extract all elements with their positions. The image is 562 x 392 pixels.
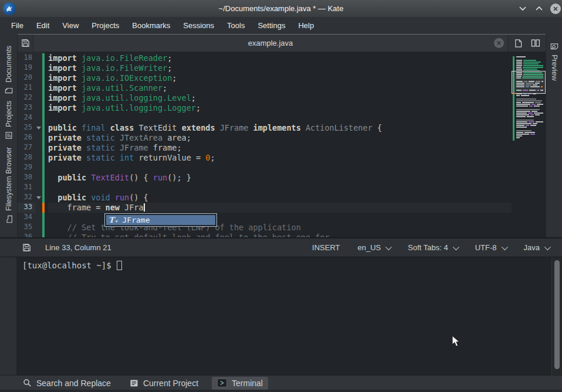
line-number: 22 (18, 93, 35, 103)
sidebar-tab-projects[interactable]: Projects (0, 94, 17, 146)
language-button[interactable]: Java (519, 241, 554, 254)
tab-bar: example.java (18, 35, 546, 52)
terminal-scrollbar[interactable] (551, 257, 562, 375)
code-line-25[interactable]: public final class TextEdit extends JFra… (48, 123, 546, 133)
menu-item-help[interactable]: Help (292, 19, 320, 32)
current-project-button[interactable]: Current Project (124, 377, 204, 390)
terminal-panel[interactable]: [tux@localhost ~]$ (16, 257, 551, 375)
minimap-scrollbar[interactable] (512, 52, 546, 237)
menu-item-bookmarks[interactable]: Bookmarks (126, 19, 177, 32)
line-number: 21 (18, 83, 35, 93)
chevron-down-icon (501, 243, 507, 250)
line-number: 27 (18, 143, 35, 153)
title-bar[interactable]: ~/Documents/example.java * — Kate (0, 0, 562, 17)
completion-label: JFrame (123, 216, 150, 224)
menu-item-tools[interactable]: Tools (221, 19, 251, 32)
maximize-button[interactable] (534, 4, 544, 14)
sidebar-tab-label: Filesystem Browser (5, 147, 13, 211)
document-modified-icon (18, 35, 33, 52)
tab-mode-button[interactable]: Soft Tabs: 4 (403, 241, 462, 254)
menu-item-edit[interactable]: Edit (30, 19, 56, 32)
code-line-30[interactable]: public TextEdit() { run(); } (48, 173, 546, 183)
line-number: 29 (18, 163, 35, 173)
fold-arrow-icon[interactable] (36, 127, 41, 129)
menu-item-settings[interactable]: Settings (251, 19, 292, 32)
line-number: 23 (18, 103, 35, 113)
code-folding-column[interactable] (35, 52, 42, 237)
left-sidebar: DocumentsProjectsFilesystem Browser (0, 34, 18, 237)
chevron-down-icon (385, 243, 392, 250)
line-number: 18 (18, 53, 35, 63)
line-number: 28 (18, 153, 35, 163)
chevron-down-icon (544, 243, 551, 250)
code-line-23[interactable]: import java.util.logging.Logger; (48, 103, 546, 113)
insert-mode-button[interactable]: INSERT (307, 241, 344, 254)
bottom-toolview-bar: Search and ReplaceCurrent ProjectTermina… (0, 375, 562, 392)
minimap-modified-strip (513, 56, 514, 141)
chevron-down-icon (452, 243, 459, 250)
code-editor[interactable]: 18192021222324252627282930313233343536 i… (18, 52, 546, 237)
terminal-label: Terminal (232, 379, 263, 388)
terminal-cursor (117, 261, 122, 270)
code-line-28[interactable]: private static int returnValue = 0; (48, 153, 546, 163)
fold-arrow-icon[interactable] (36, 196, 41, 199)
new-document-icon[interactable] (512, 37, 524, 50)
line-number: 20 (18, 73, 35, 83)
line-number: 35 (18, 223, 35, 233)
code-line-36[interactable]: // Try to set default look-and-feel to t… (48, 233, 546, 237)
terminal-scrollbar-thumb[interactable] (554, 260, 560, 369)
autocomplete-popup: T₊JFrame (104, 213, 217, 227)
window-title: ~/Documents/example.java * — Kate (0, 4, 562, 13)
code-line-33[interactable]: frame = new JFra (48, 203, 546, 213)
sidebar-tab-filesystem-browser[interactable]: Filesystem Browser (0, 144, 17, 226)
encoding-button[interactable]: UTF-8 (470, 241, 511, 254)
class-type-icon: T₊ (109, 216, 119, 224)
tab-mode-label: Soft Tabs: 4 (408, 243, 448, 252)
code-area[interactable]: import java.io.FileReader;import java.io… (45, 52, 546, 237)
search-and-replace-button[interactable]: Search and Replace (18, 377, 116, 390)
code-line-18[interactable]: import java.io.FileReader; (48, 53, 546, 63)
menu-item-projects[interactable]: Projects (85, 19, 126, 32)
sidebar-tab-label: Documents (5, 46, 13, 83)
minimap-viewport[interactable] (512, 71, 546, 94)
terminal-icon (217, 379, 227, 387)
menu-item-sessions[interactable]: Sessions (177, 19, 221, 32)
line-number: 31 (18, 183, 35, 193)
tab-close-icon[interactable] (494, 38, 504, 48)
sidebar-tab-preview[interactable]: Preview (546, 35, 562, 88)
save-status-icon (22, 243, 31, 252)
sidebar-tab-documents[interactable]: Documents (0, 41, 17, 100)
code-line-27[interactable]: private static JFrame frame; (48, 143, 546, 153)
terminal-prompt: [tux@localhost ~]$ (22, 261, 111, 270)
line-number: 36 (18, 233, 35, 237)
document-tab[interactable]: example.java (33, 35, 508, 52)
line-number: 26 (18, 133, 35, 143)
line-number: 25 (18, 123, 35, 133)
terminal-left-margin (0, 257, 16, 375)
code-line-24[interactable] (48, 113, 546, 123)
code-line-20[interactable]: import java.io.IOException; (48, 73, 546, 83)
dictionary-button[interactable]: en_US (353, 241, 395, 254)
line-number: 32 (18, 193, 35, 203)
menu-item-view[interactable]: View (56, 19, 85, 32)
line-number: 33 (18, 203, 35, 213)
kate-app-icon (3, 2, 16, 15)
code-line-32[interactable]: public void run() { (48, 193, 546, 203)
code-line-21[interactable]: import java.util.Scanner; (48, 83, 546, 93)
code-line-22[interactable]: import java.util.logging.Level; (48, 93, 546, 103)
minimize-button[interactable] (517, 4, 528, 14)
line-number: 34 (18, 213, 35, 223)
menu-item-file[interactable]: File (5, 19, 30, 32)
split-view-icon[interactable] (529, 37, 542, 50)
code-line-26[interactable]: private static JTextArea area; (48, 133, 546, 143)
close-button[interactable] (550, 4, 561, 14)
menu-bar: FileEditViewProjectsBookmarksSessionsToo… (0, 17, 562, 34)
sidebar-tab-label: Projects (5, 101, 13, 127)
cursor-position-label: Line 33, Column 21 (45, 243, 111, 252)
code-line-29[interactable] (48, 163, 546, 173)
completion-item-jframe[interactable]: T₊JFrame (106, 215, 215, 225)
terminal-button[interactable]: Terminal (212, 377, 268, 390)
code-line-31[interactable] (48, 183, 546, 193)
search-and-replace-label: Search and Replace (36, 379, 111, 388)
code-line-19[interactable]: import java.io.FileWriter; (48, 63, 546, 73)
